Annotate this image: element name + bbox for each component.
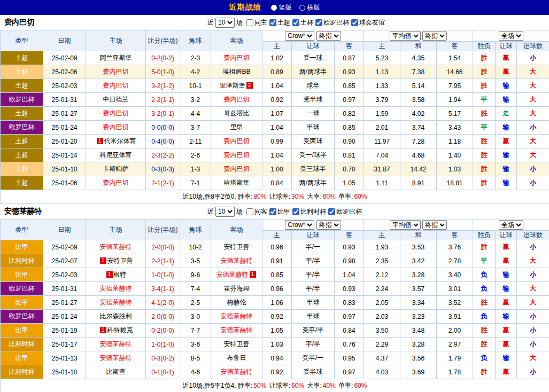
team-name[interactable]: 安特卫普	[107, 257, 133, 264]
checkbox-input[interactable]	[328, 208, 335, 215]
bookmaker-select[interactable]: Crow*	[285, 220, 314, 230]
league-type[interactable]: 欧罗巴杯	[1, 93, 43, 107]
league-type[interactable]: 比甲	[1, 268, 43, 282]
score[interactable]: 0-2(0-0)	[146, 324, 180, 338]
score[interactable]: 2-0(0-0)	[146, 310, 180, 324]
league-type[interactable]: 比利时杯	[1, 254, 43, 268]
recent-count-select[interactable]: 10	[215, 207, 235, 217]
team-name[interactable]: 安德莱赫特	[221, 312, 253, 320]
checkbox-input[interactable]	[292, 19, 299, 26]
team-name[interactable]: 费内巴切	[224, 54, 250, 61]
recent-count-select[interactable]: 10	[215, 18, 235, 28]
team-name[interactable]: 埃祖姆BB	[222, 68, 250, 75]
score[interactable]: 2-2(1-1)	[146, 254, 180, 268]
layout-option[interactable]: 横版	[299, 3, 320, 12]
checkbox-input[interactable]	[292, 208, 299, 215]
team-name[interactable]: 里泽斯堡	[220, 82, 245, 89]
league-type[interactable]: 土杯	[1, 65, 43, 79]
score[interactable]: 1-0(1-0)	[146, 268, 180, 282]
checkbox-input[interactable]	[351, 19, 358, 26]
checkbox-input[interactable]	[315, 19, 322, 26]
checkbox-input[interactable]	[246, 19, 253, 26]
league-type[interactable]: 比甲	[1, 351, 43, 365]
league-type[interactable]: 欧罗巴杯	[1, 282, 43, 296]
scope-select[interactable]: 全场	[499, 220, 523, 230]
team-name[interactable]: 费内巴切	[224, 165, 250, 173]
team-name[interactable]: 霍芬海姆	[224, 285, 250, 292]
team-name[interactable]: 比尔森胜利	[100, 312, 132, 320]
checkbox-input[interactable]	[269, 208, 276, 215]
team-name[interactable]: 哈塔斯堡	[224, 179, 250, 186]
team-name[interactable]: 费内巴切	[103, 82, 129, 89]
checkbox-input[interactable]	[269, 19, 276, 26]
league-type[interactable]: 土超	[1, 107, 43, 121]
team-name[interactable]: 安德莱赫特	[100, 243, 132, 250]
avg-kind-select[interactable]: 终指	[422, 31, 447, 41]
team-name[interactable]: 哥兹塔比	[224, 109, 250, 117]
filter-checkbox-欧罗巴杯[interactable]: 欧罗巴杯	[328, 207, 362, 216]
team-name[interactable]: 里昂	[230, 123, 243, 131]
league-type[interactable]: 土超	[1, 148, 43, 162]
score[interactable]: 0-4(0-0)	[146, 135, 180, 148]
avg-kind-select[interactable]: 终指	[422, 220, 447, 230]
bookmaker-select[interactable]: Crow*	[285, 31, 314, 41]
odds-kind-select[interactable]: 终指	[316, 31, 341, 41]
team-name[interactable]: 安德莱赫特	[221, 368, 253, 375]
checkbox-input[interactable]	[246, 208, 253, 215]
team-name[interactable]: 比斯查	[106, 368, 126, 375]
team-name[interactable]: 安特卫普	[224, 243, 250, 250]
scope-select[interactable]: 全场	[499, 31, 523, 41]
filter-checkbox-土杯[interactable]: 土杯	[292, 18, 313, 27]
league-type[interactable]: 比甲	[1, 296, 43, 310]
score[interactable]: 3-4(1-1)	[146, 282, 180, 296]
team-name[interactable]: 中日德兰	[103, 96, 129, 103]
score[interactable]: 2-2(1-1)	[146, 93, 180, 107]
filter-checkbox-比甲[interactable]: 比甲	[269, 207, 290, 216]
team-name[interactable]: 费内巴切	[224, 151, 250, 159]
team-name[interactable]: 布鲁日	[227, 354, 246, 362]
team-name[interactable]: 费内巴切	[224, 137, 250, 145]
layout-option[interactable]: 竖版	[271, 3, 292, 12]
team-name[interactable]: 费内巴切	[103, 109, 129, 117]
filter-checkbox-球会友谊[interactable]: 球会友谊	[351, 18, 385, 27]
score[interactable]: 2-3(2-2)	[146, 148, 180, 162]
filter-checkbox-比利时杯[interactable]: 比利时杯	[292, 207, 326, 216]
team-name[interactable]: 安德莱赫特	[100, 354, 132, 362]
league-type[interactable]: 欧罗巴杯	[1, 310, 43, 324]
filter-checkbox-同主[interactable]: 同主	[246, 18, 267, 27]
team-name[interactable]: 科特赖克	[107, 326, 133, 334]
score[interactable]: 4-1(2-0)	[146, 296, 180, 310]
team-name[interactable]: 安德莱赫特	[221, 326, 253, 334]
league-type[interactable]: 欧罗巴杯	[1, 121, 43, 135]
score[interactable]: 0-3(0-2)	[146, 351, 180, 365]
league-type[interactable]: 土杯	[1, 162, 43, 176]
filter-checkbox-土超[interactable]: 土超	[269, 18, 290, 27]
odds-kind-select[interactable]: 终指	[316, 220, 341, 230]
league-type[interactable]: 比利时杯	[1, 338, 43, 351]
team-name[interactable]: 阿兰亚斯堡	[100, 54, 132, 61]
score[interactable]: 0-2(0-2)	[146, 51, 180, 65]
team-name[interactable]: 代米尔体育	[104, 137, 136, 145]
team-name[interactable]: 科尼亚体育	[100, 151, 132, 159]
team-name[interactable]: 安德莱赫特	[100, 285, 132, 292]
team-name[interactable]: 梅赫伦	[227, 299, 246, 306]
score[interactable]: 0-3(0-3)	[146, 162, 180, 176]
score[interactable]: 2-1(2-1)	[146, 176, 180, 190]
score[interactable]: 3-2(0-1)	[146, 107, 180, 121]
league-type[interactable]: 比甲	[1, 324, 43, 338]
team-name[interactable]: 费内巴切	[224, 96, 250, 103]
league-type[interactable]: 土超	[1, 135, 43, 148]
average-select[interactable]: 平均值	[390, 31, 421, 41]
team-name[interactable]: 费内巴切	[103, 179, 129, 186]
team-name[interactable]: 费内巴切	[103, 68, 129, 75]
team-name[interactable]: 安德莱赫特	[216, 271, 249, 278]
team-name[interactable]: 安德莱赫特	[100, 340, 132, 348]
score[interactable]: 0-0(0-0)	[146, 121, 180, 135]
score[interactable]: 2-0(0-0)	[146, 240, 180, 254]
team-name[interactable]: 根特	[114, 271, 127, 278]
score[interactable]: 0-1(0-1)	[146, 365, 180, 379]
score[interactable]: 3-2(1-2)	[146, 79, 180, 93]
league-type[interactable]: 土超	[1, 79, 43, 93]
team-name[interactable]: 安德莱赫特	[221, 257, 253, 264]
league-type[interactable]: 比甲	[1, 240, 43, 254]
